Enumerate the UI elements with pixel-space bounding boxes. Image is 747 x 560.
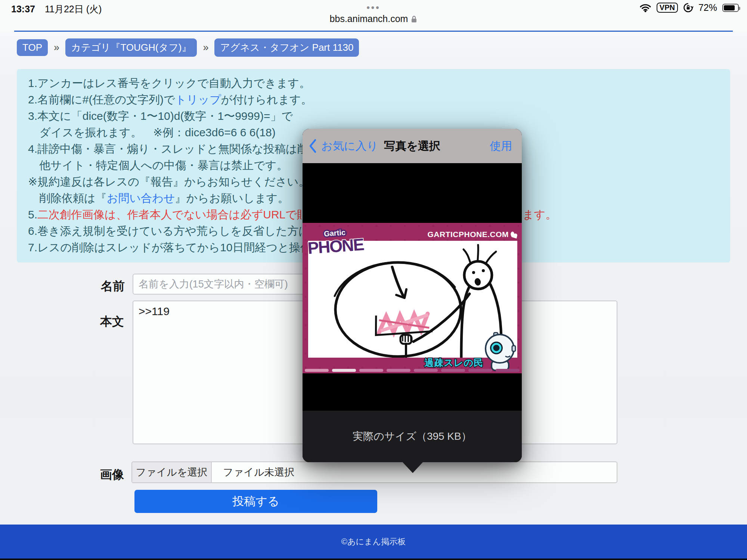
name-label: 名前: [101, 278, 125, 295]
rule-line: 1.アンカーはレス番号をクリックで自動入力できます。: [28, 75, 730, 91]
breadcrumb-thread-link[interactable]: アグネス・タフオン Part 1130: [214, 38, 359, 57]
rule-text: 』からお願いします。: [175, 192, 289, 204]
trip-link[interactable]: トリップ: [175, 93, 221, 106]
url-text[interactable]: bbs.animanch.com: [330, 13, 408, 24]
popover-arrow: [402, 462, 423, 473]
breadcrumb-category-link[interactable]: カテゴリ『TOUGH(タフ)』: [65, 38, 197, 57]
address-bar[interactable]: bbs.animanch.com: [0, 13, 747, 24]
page-top-rule: [14, 31, 733, 32]
vpn-badge: VPN: [657, 3, 678, 13]
page-footer: ©あにまん掲示板: [0, 525, 747, 559]
breadcrumb-top-link[interactable]: TOP: [17, 39, 48, 56]
ipad-screen: 13:37 11月22日 (火) ••• VPN 72%: [0, 0, 747, 560]
rule-text: が付けられます。: [221, 93, 312, 106]
rule-line: 2.名前欄に#(任意の文字列)でトリップが付けられます。: [28, 91, 730, 108]
rule-text: 2.名前欄に#(任意の文字列)で: [28, 93, 175, 106]
rotation-lock-icon: [683, 3, 693, 13]
photo-picker-popover: お気に入り 写真を選択 使用: [303, 129, 522, 462]
actual-size-text: 実際のサイズ（395 KB）: [353, 429, 471, 444]
lock-icon: [411, 15, 417, 23]
body-label: 本文: [100, 314, 124, 330]
wifi-icon: [639, 3, 651, 12]
garticphone-site-text: GARTICPHONE.COM: [428, 230, 509, 239]
contact-link[interactable]: お問い合わせ: [107, 192, 175, 204]
file-input[interactable]: ファイルを選択 ファイル未選択: [131, 461, 617, 483]
image-label: 画像: [100, 467, 124, 483]
photo-picker-header: お気に入り 写真を選択 使用: [303, 129, 522, 163]
rule-line: 3.本文に「dice(数字・1〜10)d(数字・1〜9999)=」で: [28, 108, 730, 124]
use-photo-button[interactable]: 使用: [490, 129, 512, 163]
rule-text: 削除依頼は『: [39, 192, 107, 204]
picker-title: 写真を選択: [303, 129, 522, 163]
breadcrumb: TOP » カテゴリ『TOUGH(タフ)』 » アグネス・タフオン Part 1…: [17, 38, 359, 57]
breadcrumb-separator: »: [203, 42, 208, 53]
browser-chrome: 13:37 11月22日 (火) ••• VPN 72%: [0, 0, 747, 31]
battery-icon: [722, 4, 739, 12]
file-status-text: ファイル未選択: [223, 466, 295, 479]
battery-percent: 72%: [698, 2, 717, 13]
statusbar-right: VPN 72%: [639, 2, 739, 13]
selected-photo-preview[interactable]: Gartic PHONE GARTICPHONE.COM 過疎スレの民: [303, 223, 522, 373]
screen-bottom-edge: [0, 559, 747, 560]
copyright-text: ©あにまん掲示板: [341, 536, 406, 547]
svg-text:PHONE: PHONE: [307, 235, 365, 258]
choose-file-button[interactable]: ファイルを選択: [132, 462, 212, 482]
rule-warning-text: 二次創作画像は、作者本人でない場合は必ずURLで貼: [37, 208, 308, 221]
multitask-dots-handle[interactable]: •••: [0, 2, 747, 13]
drawing-canvas: [308, 241, 517, 358]
photo-size-panel: 実際のサイズ（395 KB）: [303, 411, 522, 462]
breadcrumb-separator: »: [54, 42, 59, 53]
rule-text: 5.: [28, 208, 37, 221]
submit-button[interactable]: 投稿する: [134, 490, 377, 513]
rule-warning-tail: ます。: [523, 206, 557, 223]
watermark-text: 過疎スレの民: [424, 357, 483, 368]
